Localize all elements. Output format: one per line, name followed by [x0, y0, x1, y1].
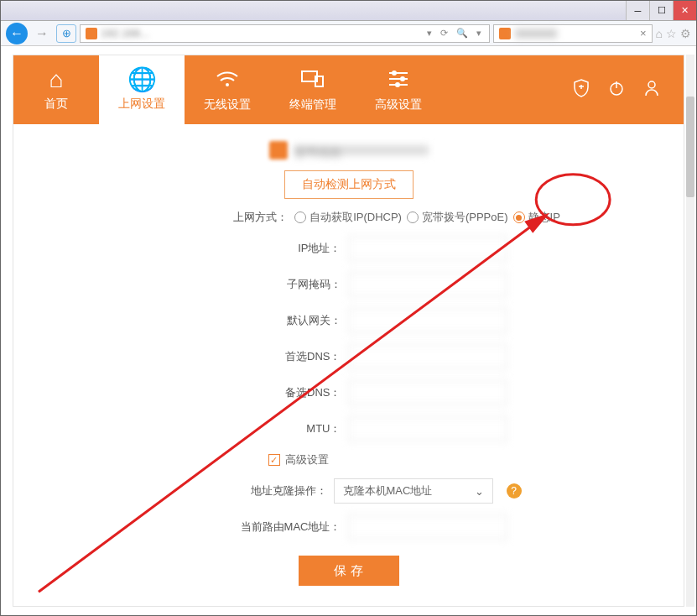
- titlebar: ─ ☐ ✕: [1, 1, 696, 21]
- dropdown-icon[interactable]: ▾: [424, 28, 434, 39]
- dns2-row: 备选DNS：: [190, 380, 507, 405]
- address-bar[interactable]: 192.168... ▾ ⟳ 🔍 ▾: [80, 24, 490, 43]
- gateway-row: 默认网关：: [190, 308, 507, 333]
- mode-label: 上网方式：: [137, 210, 288, 225]
- dns1-row: 首选DNS：: [190, 344, 507, 369]
- tab-favicon-icon: [499, 28, 511, 39]
- search-icon[interactable]: 🔍: [454, 28, 471, 39]
- refresh-icon[interactable]: ⟳: [438, 28, 450, 39]
- help-icon[interactable]: ?: [507, 483, 522, 499]
- brand-icon: [269, 141, 288, 159]
- radio-icon: [407, 211, 419, 223]
- radio-icon: [513, 211, 525, 223]
- dns2-label: 备选DNS：: [190, 385, 341, 400]
- radio-dhcp[interactable]: 自动获取IP(DHCP): [294, 210, 402, 225]
- svg-point-0: [226, 83, 229, 86]
- mask-row: 子网掩码：: [190, 272, 507, 297]
- nav-home-label: 首页: [44, 97, 68, 112]
- advanced-toggle-label: 高级设置: [285, 452, 329, 467]
- radio-pppoe[interactable]: 宽带拨号(PPPoE): [407, 210, 508, 225]
- auto-detect-button[interactable]: 自动检测上网方式: [284, 170, 414, 199]
- home-icon: ⌂: [49, 68, 64, 91]
- window: ─ ☐ ✕ ← → ⊕ 192.168... ▾ ⟳ 🔍 ▾ × ⌂ ☆ ⚙: [0, 0, 697, 616]
- radio-icon: [294, 211, 306, 223]
- sliders-icon: [386, 68, 411, 92]
- wifi-icon: [215, 68, 240, 92]
- mask-input[interactable]: [348, 272, 507, 297]
- nav-advanced[interactable]: 高级设置: [356, 55, 441, 124]
- mac-clone-label: 地址克隆操作：: [176, 483, 327, 499]
- checkbox-icon: ✓: [268, 454, 280, 466]
- ip-input[interactable]: [348, 236, 507, 261]
- window-close-button[interactable]: ✕: [673, 1, 696, 20]
- nav-right: [573, 55, 684, 124]
- nav-wan[interactable]: 🌐 上网设置: [99, 55, 185, 124]
- cur-mac-input[interactable]: [348, 514, 507, 540]
- svg-point-4: [392, 70, 397, 76]
- favorites-icon[interactable]: ☆: [666, 27, 677, 40]
- nav-wan-label: 上网设置: [118, 97, 165, 112]
- home-icon[interactable]: ⌂: [656, 27, 663, 40]
- window-maximize-button[interactable]: ☐: [649, 1, 673, 20]
- top-nav: ⌂ 首页 🌐 上网设置 无线设置 终端管理: [13, 55, 684, 124]
- model-text: 型号信息: [294, 145, 429, 155]
- nav-advanced-label: 高级设置: [375, 97, 422, 112]
- cur-mac-row: 当前路由MAC地址：: [190, 514, 507, 540]
- back-button[interactable]: ←: [6, 23, 28, 44]
- nav-home[interactable]: ⌂ 首页: [13, 55, 99, 124]
- browser-tab[interactable]: ×: [493, 24, 653, 43]
- dns1-input[interactable]: [348, 344, 507, 369]
- ip-label: IP地址：: [190, 241, 341, 256]
- nav-clients-label: 终端管理: [289, 97, 336, 112]
- security-icon[interactable]: [573, 79, 590, 102]
- model-info: 型号信息: [269, 141, 429, 159]
- shield-icon[interactable]: ⊕: [56, 24, 76, 43]
- tab-close-button[interactable]: ×: [640, 27, 647, 39]
- ip-row: IP地址：: [190, 236, 507, 261]
- mac-clone-select[interactable]: 克隆本机MAC地址 ⌄: [334, 478, 493, 504]
- form-area: 型号信息 自动检测上网方式 上网方式： 自动获取IP(DHCP) 宽带拨号(PP…: [13, 124, 684, 594]
- mode-radio-group: 自动获取IP(DHCP) 宽带拨号(PPPoE) 静态IP: [294, 210, 560, 225]
- site-favicon-icon: [86, 28, 97, 39]
- mtu-row: MTU：: [190, 416, 507, 441]
- dns2-input[interactable]: [348, 380, 507, 405]
- url-text: 192.168...: [101, 27, 421, 39]
- nav-wifi-label: 无线设置: [204, 97, 251, 112]
- mac-clone-row: 地址克隆操作： 克隆本机MAC地址 ⌄ ?: [176, 478, 522, 504]
- radio-static[interactable]: 静态IP: [513, 210, 560, 225]
- scrollbar-vertical[interactable]: [686, 55, 694, 607]
- browser-toolbar: ← → ⊕ 192.168... ▾ ⟳ 🔍 ▾ × ⌂ ☆ ⚙: [1, 21, 696, 46]
- globe-icon: 🌐: [127, 68, 157, 91]
- window-minimize-button[interactable]: ─: [626, 1, 649, 20]
- search-dropdown-icon[interactable]: ▾: [474, 28, 484, 39]
- router-page: ⌂ 首页 🌐 上网设置 无线设置 终端管理: [13, 55, 684, 607]
- svg-point-6: [400, 76, 405, 81]
- mac-clone-value: 克隆本机MAC地址: [343, 483, 433, 499]
- mtu-label: MTU：: [190, 421, 341, 436]
- tab-title: [515, 29, 557, 38]
- radio-pppoe-label: 宽带拨号(PPPoE): [422, 210, 508, 225]
- content-wrap: ⌂ 首页 🌐 上网设置 无线设置 终端管理: [1, 46, 696, 615]
- mask-label: 子网掩码：: [190, 277, 341, 292]
- cur-mac-label: 当前路由MAC地址：: [190, 519, 341, 535]
- mtu-input[interactable]: [348, 416, 507, 441]
- save-button[interactable]: 保 存: [299, 556, 399, 586]
- devices-icon: [300, 68, 325, 92]
- power-icon[interactable]: [608, 80, 625, 101]
- forward-button[interactable]: →: [31, 23, 53, 44]
- gateway-label: 默认网关：: [190, 313, 341, 328]
- chevron-down-icon: ⌄: [475, 485, 484, 498]
- nav-clients[interactable]: 终端管理: [270, 55, 356, 124]
- advanced-toggle[interactable]: ✓ 高级设置: [268, 452, 329, 467]
- gateway-input[interactable]: [348, 308, 507, 333]
- dns1-label: 首选DNS：: [190, 349, 341, 364]
- radio-static-label: 静态IP: [528, 210, 560, 225]
- radio-dhcp-label: 自动获取IP(DHCP): [309, 210, 402, 225]
- svg-point-13: [648, 81, 655, 88]
- user-icon[interactable]: [643, 79, 660, 102]
- nav-wifi[interactable]: 无线设置: [185, 55, 270, 124]
- scrollbar-thumb[interactable]: [686, 97, 694, 197]
- mode-row: 上网方式： 自动获取IP(DHCP) 宽带拨号(PPPoE) 静态IP: [137, 210, 560, 225]
- svg-point-8: [395, 82, 400, 87]
- settings-icon[interactable]: ⚙: [680, 27, 691, 40]
